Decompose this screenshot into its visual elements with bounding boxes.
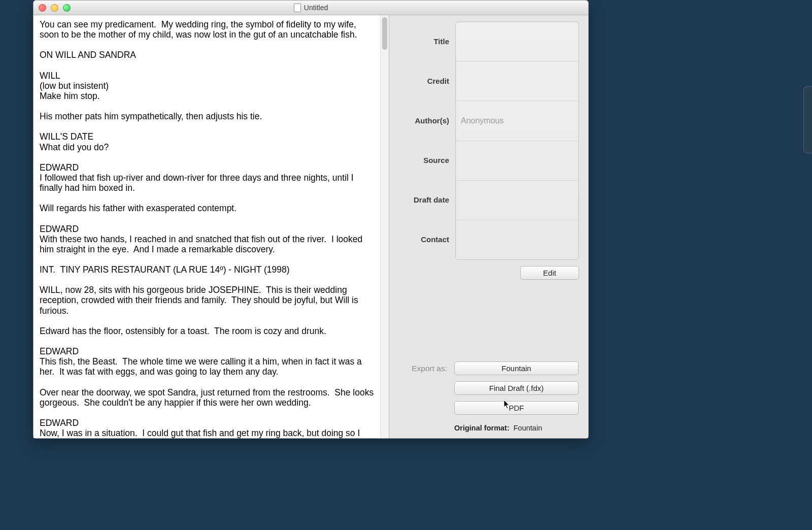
- window-body: You can see my predicament. My wedding r…: [33, 15, 588, 438]
- label-credit: Credit: [398, 77, 449, 85]
- screenplay-editor[interactable]: You can see my predicament. My wedding r…: [33, 15, 380, 438]
- export-row-fountain: Export as: Fountain: [398, 361, 579, 375]
- original-format-label: Original format:: [454, 424, 510, 432]
- credit-field[interactable]: [456, 61, 579, 101]
- original-format-value: Fountain: [514, 424, 542, 432]
- authors-field[interactable]: Anonymous: [456, 101, 579, 141]
- window-title: Untitled: [304, 4, 328, 12]
- edit-row: Edit: [398, 266, 579, 280]
- original-format: Original format: Fountain: [454, 424, 579, 432]
- source-field[interactable]: [456, 141, 579, 181]
- editor-scrollbar[interactable]: [380, 15, 389, 438]
- label-authors: Author(s): [398, 116, 449, 125]
- label-title: Title: [398, 37, 449, 46]
- minimize-icon[interactable]: [51, 4, 58, 12]
- edit-button[interactable]: Edit: [520, 266, 579, 280]
- metadata-fields: Anonymous: [455, 21, 579, 260]
- metadata-section: Title Credit Author(s) Source Draft date…: [398, 21, 579, 260]
- window-controls: [39, 4, 71, 12]
- export-row-pdf: PDF: [398, 401, 579, 415]
- document-icon: [294, 4, 301, 12]
- scrollbar-thumb[interactable]: [382, 17, 387, 50]
- zoom-icon[interactable]: [63, 4, 71, 12]
- app-window: Untitled You can see my predicament. My …: [33, 0, 589, 439]
- label-source: Source: [398, 156, 449, 164]
- export-label: Export as:: [398, 364, 447, 373]
- export-fdx-button[interactable]: Final Draft (.fdx): [454, 381, 579, 395]
- metadata-labels: Title Credit Author(s) Source Draft date…: [398, 21, 449, 259]
- export-section: Export as: Fountain Final Draft (.fdx) P…: [398, 351, 579, 432]
- export-fountain-button[interactable]: Fountain: [454, 361, 579, 375]
- window-title-wrap: Untitled: [33, 4, 588, 12]
- export-pdf-button[interactable]: PDF: [454, 401, 579, 415]
- editor-pane: You can see my predicament. My wedding r…: [33, 15, 389, 438]
- sidebar: Title Credit Author(s) Source Draft date…: [389, 15, 588, 438]
- close-icon[interactable]: [39, 4, 46, 12]
- label-contact: Contact: [398, 235, 449, 244]
- export-row-fdx: Final Draft (.fdx): [398, 381, 579, 395]
- draftdate-field[interactable]: [456, 181, 579, 220]
- title-field[interactable]: [456, 22, 579, 61]
- right-edge-tab[interactable]: [803, 86, 812, 153]
- label-draftdate: Draft date: [398, 195, 449, 204]
- titlebar: Untitled: [33, 1, 588, 15]
- contact-field[interactable]: [456, 220, 579, 259]
